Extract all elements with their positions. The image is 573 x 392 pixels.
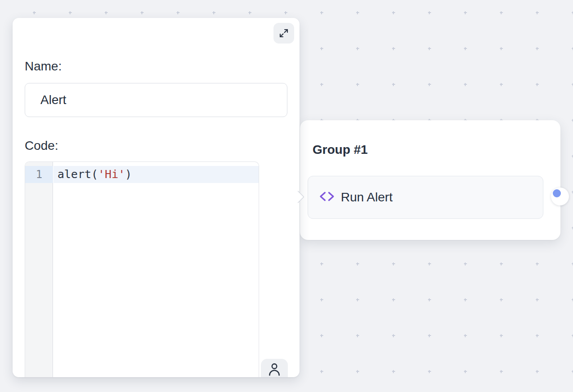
grid-dot	[500, 262, 503, 266]
grid-dot	[69, 11, 72, 14]
grid-dot	[356, 262, 359, 266]
connector-dot	[553, 189, 561, 197]
grid-dot	[356, 298, 359, 301]
name-input[interactable]	[25, 83, 287, 117]
grid-dot	[212, 11, 216, 14]
grid-dot	[320, 11, 323, 14]
group-title: Group #1	[313, 143, 368, 157]
grid-dot	[572, 262, 573, 266]
grid-dot	[464, 11, 467, 14]
grid-dot	[320, 262, 323, 266]
grid-dot	[392, 370, 395, 373]
grid-dot	[464, 83, 467, 86]
grid-dot	[536, 262, 539, 266]
line-number: 1	[25, 166, 53, 183]
grid-dot	[572, 191, 573, 194]
grid-dot	[356, 47, 359, 50]
grid-dot	[572, 334, 573, 337]
grid-dot	[392, 83, 395, 86]
grid-dot	[572, 83, 573, 86]
node-item-label: Run Alert	[341, 190, 392, 205]
grid-dot	[428, 298, 431, 301]
grid-dot	[464, 262, 467, 266]
grid-dot	[536, 47, 539, 50]
grid-dot	[464, 298, 467, 301]
grid-dot	[392, 334, 395, 337]
group-node[interactable]: Group #1 Run Alert	[300, 120, 560, 240]
node-editor-panel: Name: Code: 1 alert('Hi')	[13, 18, 300, 377]
code-token-paren: )	[125, 168, 132, 181]
grid-dot	[500, 47, 503, 50]
grid-dot	[284, 11, 287, 14]
code-editor[interactable]: 1 alert('Hi')	[25, 161, 259, 377]
grid-dot	[320, 334, 323, 337]
grid-dot	[464, 370, 467, 373]
grid-dot	[500, 298, 503, 301]
grid-dot	[536, 370, 539, 373]
grid-dot	[428, 83, 431, 86]
grid-dot	[572, 226, 573, 230]
grid-dot	[572, 370, 573, 373]
grid-dot	[248, 11, 251, 14]
expand-button[interactable]	[273, 23, 294, 44]
code-editor-gutter	[25, 162, 53, 377]
grid-dot	[500, 83, 503, 86]
grid-dot	[572, 298, 573, 301]
code-token-string: 'Hi'	[98, 168, 125, 181]
grid-dot	[428, 334, 431, 337]
grid-dot	[176, 11, 180, 14]
grid-dot	[392, 11, 395, 14]
code-brackets-icon	[319, 191, 335, 204]
node-item-run-alert[interactable]: Run Alert	[308, 176, 543, 219]
grid-dot	[141, 11, 144, 14]
grid-dot	[320, 47, 323, 50]
code-label: Code:	[25, 138, 58, 154]
expand-diagonal-icon	[278, 28, 289, 39]
grid-dot	[392, 47, 395, 50]
grid-dot	[500, 334, 503, 337]
grid-dot	[392, 262, 395, 266]
grid-dot	[536, 11, 539, 14]
grid-dot	[500, 370, 503, 373]
grid-dot	[464, 334, 467, 337]
grid-dot	[572, 155, 573, 158]
grid-dot	[500, 11, 503, 14]
code-line[interactable]: alert('Hi')	[57, 166, 132, 183]
grid-dot	[356, 334, 359, 337]
code-token-function: alert(	[57, 168, 98, 181]
grid-dot	[428, 11, 431, 14]
user-icon	[267, 362, 282, 377]
grid-dot	[572, 11, 573, 14]
grid-dot	[536, 83, 539, 86]
grid-dot	[105, 11, 108, 14]
grid-dot	[572, 47, 573, 50]
grid-dot	[428, 370, 431, 373]
grid-dot	[356, 83, 359, 86]
grid-dot	[536, 298, 539, 301]
name-label: Name:	[25, 58, 62, 74]
grid-dot	[33, 11, 36, 14]
grid-dot	[320, 370, 323, 373]
grid-dot	[428, 262, 431, 266]
output-connector-handle[interactable]	[551, 187, 569, 205]
grid-dot	[356, 11, 359, 14]
grid-dot	[320, 83, 323, 86]
user-button[interactable]	[261, 359, 288, 377]
grid-dot	[428, 47, 431, 50]
grid-dot	[464, 47, 467, 50]
grid-dot	[320, 298, 323, 301]
grid-dot	[536, 334, 539, 337]
grid-dot	[356, 370, 359, 373]
grid-dot	[392, 298, 395, 301]
grid-dot	[572, 119, 573, 122]
